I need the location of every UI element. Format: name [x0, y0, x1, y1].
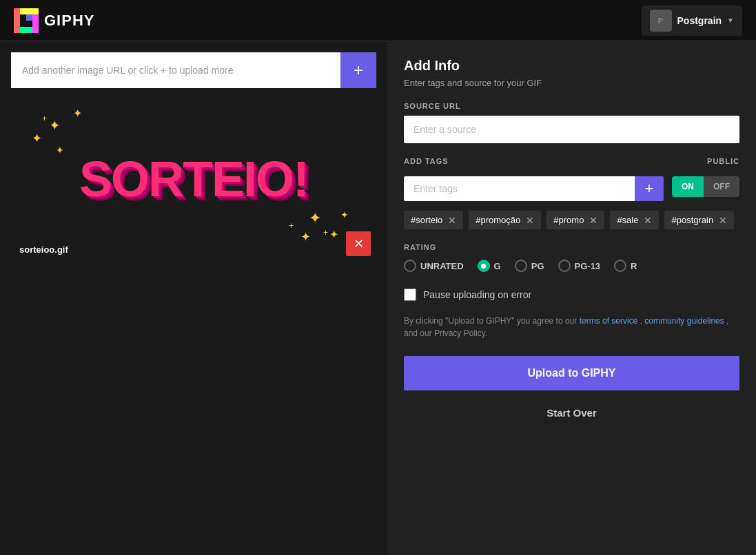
- tag-remove-button[interactable]: ✕: [644, 216, 652, 225]
- pause-label: Pause uploading on error: [423, 289, 531, 300]
- rating-option[interactable]: R: [614, 260, 637, 272]
- toggle-off-button[interactable]: OFF: [704, 176, 739, 197]
- star-icon-6: ✦: [309, 209, 321, 227]
- svg-rect-0: [14, 8, 20, 33]
- rating-option[interactable]: UNRATED: [404, 260, 464, 272]
- star-icon-1: ✦: [49, 117, 61, 134]
- tag-remove-button[interactable]: ✕: [719, 216, 727, 225]
- star-icon-2: ✦: [73, 107, 82, 120]
- start-over-button[interactable]: Start Over: [404, 401, 739, 424]
- tags-input[interactable]: [404, 176, 635, 201]
- tag-label: #promo: [553, 215, 584, 225]
- radio-circle: [404, 260, 416, 272]
- radio-circle: [614, 260, 626, 272]
- logo: GIPHY: [14, 8, 94, 33]
- radio-circle: [478, 260, 490, 272]
- add-info-title: Add Info: [404, 58, 739, 74]
- rating-text: PG: [531, 261, 544, 271]
- rating-text: PG-13: [575, 261, 601, 271]
- tag-label: #sorteio: [411, 215, 442, 225]
- svg-rect-5: [20, 8, 39, 14]
- rating-text: R: [631, 261, 637, 271]
- source-url-input[interactable]: [404, 116, 739, 143]
- svg-rect-4: [32, 14, 39, 33]
- rating-text: G: [494, 261, 501, 271]
- star-icon-5: +: [42, 114, 47, 123]
- chevron-down-icon: ▼: [727, 17, 734, 24]
- tags-container: #sorteio✕#promoção✕#promo✕#sale✕#postgra…: [404, 211, 739, 229]
- tags-public-row: ADD TAGS PUBLIC: [404, 157, 739, 171]
- url-bar: +: [11, 52, 376, 88]
- tag-remove-button[interactable]: ✕: [448, 216, 456, 225]
- terms-prefix: By clicking "Upload to GIPHY" you agree …: [404, 316, 580, 326]
- tag-chip: #promoção✕: [469, 211, 541, 229]
- gif-preview-container: ✦ ✦ ✦ ✦ + ✦ ✦ ✦ + ✦ + SORTEIO! sorteioo.…: [11, 96, 376, 262]
- star-icon-9: +: [289, 221, 294, 231]
- star-icon-11: +: [323, 228, 328, 238]
- rating-option[interactable]: PG: [515, 260, 544, 272]
- tag-label: #sale: [617, 215, 638, 225]
- terms-of-service-link[interactable]: terms of service: [580, 316, 638, 326]
- tag-label: #promoção: [476, 215, 520, 225]
- url-add-button[interactable]: +: [340, 52, 376, 88]
- star-icon-7: ✦: [329, 228, 338, 241]
- rating-option[interactable]: G: [478, 260, 501, 272]
- left-panel: + ✦ ✦ ✦ ✦ + ✦ ✦ ✦ + ✦ + SORTEIO!: [0, 41, 387, 555]
- rating-option[interactable]: PG-13: [558, 260, 601, 272]
- avatar-initial: P: [658, 17, 663, 25]
- gif-preview: ✦ ✦ ✦ ✦ + ✦ ✦ ✦ + ✦ + SORTEIO!: [11, 96, 376, 262]
- pause-row: Pause uploading on error: [404, 289, 739, 301]
- add-info-subtitle: Enter tags and source for your GIF: [404, 78, 739, 88]
- rating-options: UNRATEDGPGPG-13R: [404, 260, 739, 272]
- gif-filename: sorteioo.gif: [19, 244, 68, 255]
- rating-text: UNRATED: [420, 261, 464, 271]
- terms-text: By clicking "Upload to GIPHY" you agree …: [404, 315, 739, 339]
- star-icon-4: ✦: [56, 145, 64, 156]
- gif-title-text: SORTEIO!: [79, 151, 308, 207]
- public-toggle: ON OFF: [672, 176, 739, 197]
- right-panel: Add Info Enter tags and source for your …: [387, 41, 756, 555]
- public-label: PUBLIC: [707, 157, 739, 165]
- tag-chip: #postgrain✕: [664, 211, 734, 229]
- svg-rect-3: [26, 14, 32, 21]
- star-icon-8: ✦: [340, 209, 349, 220]
- url-input[interactable]: [11, 52, 340, 88]
- tag-chip: #sorteio✕: [404, 211, 463, 229]
- source-url-label: SOURCE URL: [404, 102, 739, 110]
- toggle-on-button[interactable]: ON: [672, 176, 704, 197]
- star-icon-3: ✦: [32, 131, 42, 146]
- radio-circle: [515, 260, 527, 272]
- avatar: P: [650, 10, 672, 32]
- upload-button[interactable]: Upload to GIPHY: [404, 356, 739, 390]
- tag-remove-button[interactable]: ✕: [589, 216, 597, 225]
- logo-text: GIPHY: [44, 12, 94, 30]
- header: GIPHY P Postgrain ▼: [0, 0, 756, 41]
- tag-remove-button[interactable]: ✕: [526, 216, 534, 225]
- tag-chip: #sale✕: [610, 211, 659, 229]
- gif-remove-button[interactable]: ✕: [346, 231, 371, 256]
- account-button[interactable]: P Postgrain ▼: [642, 6, 742, 36]
- community-guidelines-link[interactable]: community guidelines: [644, 316, 724, 326]
- pause-checkbox[interactable]: [404, 289, 416, 301]
- radio-circle: [558, 260, 571, 272]
- star-icon-10: ✦: [300, 229, 311, 244]
- giphy-logo-icon: [14, 8, 39, 33]
- tags-label: ADD TAGS: [404, 157, 449, 165]
- svg-rect-2: [20, 27, 32, 33]
- tags-add-button[interactable]: +: [635, 176, 664, 201]
- sorteio-background: ✦ ✦ ✦ ✦ + ✦ ✦ ✦ + ✦ + SORTEIO!: [11, 96, 376, 262]
- main-content: + ✦ ✦ ✦ ✦ + ✦ ✦ ✦ + ✦ + SORTEIO!: [0, 41, 756, 555]
- account-name: Postgrain: [677, 15, 722, 26]
- tag-chip: #promo✕: [546, 211, 604, 229]
- tag-label: #postgrain: [671, 215, 713, 225]
- rating-label: RATING: [404, 243, 739, 251]
